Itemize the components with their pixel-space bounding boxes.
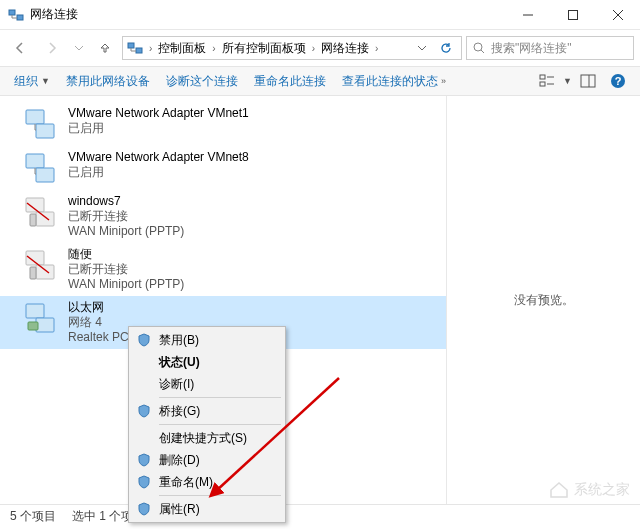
up-button[interactable] — [92, 41, 118, 55]
breadcrumb-mid[interactable]: 所有控制面板项 — [222, 40, 306, 57]
search-icon — [473, 42, 485, 54]
list-item[interactable]: VMware Network Adapter VMnet8 已启用 — [0, 146, 446, 190]
svg-rect-19 — [36, 124, 54, 138]
svg-rect-18 — [26, 110, 44, 124]
list-item[interactable]: VMware Network Adapter VMnet1 已启用 — [0, 102, 446, 146]
menu-separator — [159, 424, 281, 425]
window-title: 网络连接 — [30, 6, 505, 23]
item-status: 已启用 — [68, 121, 249, 136]
item-name: VMware Network Adapter VMnet1 — [68, 106, 249, 121]
item-device: WAN Miniport (PPTP) — [68, 277, 184, 292]
list-item[interactable]: windows7 已断开连接 WAN Miniport (PPTP) — [0, 190, 446, 243]
preview-pane: 没有预览。 — [447, 96, 640, 504]
app-icon — [8, 7, 24, 23]
ctx-delete[interactable]: 删除(D) — [131, 449, 283, 471]
ethernet-icon — [22, 300, 58, 336]
diagnose-button[interactable]: 诊断这个连接 — [160, 71, 244, 92]
item-count: 5 个项目 — [10, 508, 56, 525]
svg-rect-21 — [36, 168, 54, 182]
svg-line-9 — [481, 50, 484, 53]
command-bar: 组织▼ 禁用此网络设备 诊断这个连接 重命名此连接 查看此连接的状态» ▼ ? — [0, 66, 640, 96]
chevron-right-icon[interactable]: › — [373, 43, 380, 54]
ctx-diagnose[interactable]: 诊断(I) — [131, 373, 283, 395]
forward-button[interactable] — [38, 34, 66, 62]
help-button[interactable]: ? — [604, 69, 632, 93]
status-bar: 5 个项目 选中 1 个项目 — [0, 504, 640, 528]
chevron-right-icon[interactable]: › — [310, 43, 317, 54]
svg-text:?: ? — [615, 75, 622, 87]
search-placeholder: 搜索"网络连接" — [491, 40, 572, 57]
svg-rect-7 — [136, 48, 142, 53]
ctx-properties[interactable]: 属性(R) — [131, 498, 283, 520]
svg-rect-6 — [128, 43, 134, 48]
svg-rect-3 — [568, 10, 577, 19]
ctx-bridge[interactable]: 桥接(G) — [131, 400, 283, 422]
item-status: 已断开连接 — [68, 209, 184, 224]
svg-rect-11 — [540, 82, 545, 86]
chevron-right-icon[interactable]: › — [147, 43, 154, 54]
svg-rect-14 — [581, 75, 595, 87]
list-item[interactable]: 随便 已断开连接 WAN Miniport (PPTP) — [0, 243, 446, 296]
title-bar: 网络连接 — [0, 0, 640, 30]
dialup-icon — [22, 247, 58, 283]
organize-button[interactable]: 组织▼ — [8, 71, 56, 92]
refresh-button[interactable] — [435, 41, 457, 55]
item-name: 以太网 — [68, 300, 139, 315]
svg-point-8 — [474, 43, 482, 51]
menu-separator — [159, 495, 281, 496]
item-device: WAN Miniport (PPTP) — [68, 224, 184, 239]
back-button[interactable] — [6, 34, 34, 62]
shield-icon — [135, 402, 153, 420]
address-bar[interactable]: › 控制面板 › 所有控制面板项 › 网络连接 › — [122, 36, 462, 60]
shield-icon — [135, 331, 153, 349]
shield-icon — [135, 500, 153, 518]
shield-icon — [135, 451, 153, 469]
chevron-right-icon[interactable]: › — [210, 43, 217, 54]
close-button[interactable] — [595, 0, 640, 30]
breadcrumb-leaf[interactable]: 网络连接 — [321, 40, 369, 57]
search-input[interactable]: 搜索"网络连接" — [466, 36, 634, 60]
item-name: 随便 — [68, 247, 184, 262]
folder-icon — [127, 40, 143, 56]
menu-separator — [159, 397, 281, 398]
svg-rect-30 — [26, 304, 44, 318]
ctx-disable[interactable]: 禁用(B) — [131, 329, 283, 351]
preview-empty-text: 没有预览。 — [514, 292, 574, 309]
context-menu: 禁用(B) 状态(U) 诊断(I) 桥接(G) 创建快捷方式(S) 删除(D) … — [128, 326, 286, 523]
address-dropdown[interactable] — [413, 43, 431, 53]
shield-icon — [135, 473, 153, 491]
svg-rect-32 — [28, 322, 38, 330]
maximize-button[interactable] — [550, 0, 595, 30]
ctx-rename[interactable]: 重命名(M) — [131, 471, 283, 493]
item-name: VMware Network Adapter VMnet8 — [68, 150, 249, 165]
item-status: 已断开连接 — [68, 262, 184, 277]
svg-rect-28 — [30, 267, 36, 279]
view-status-button[interactable]: 查看此连接的状态» — [336, 71, 452, 92]
svg-rect-20 — [26, 154, 44, 168]
nav-bar: › 控制面板 › 所有控制面板项 › 网络连接 › 搜索"网络连接" — [0, 30, 640, 66]
breadcrumb-root[interactable]: 控制面板 — [158, 40, 206, 57]
ctx-status[interactable]: 状态(U) — [131, 351, 283, 373]
view-mode-button[interactable] — [533, 69, 561, 93]
item-name: windows7 — [68, 194, 184, 209]
svg-rect-1 — [17, 15, 23, 20]
dialup-icon — [22, 194, 58, 230]
network-adapter-icon — [22, 150, 58, 186]
network-adapter-icon — [22, 106, 58, 142]
disable-device-button[interactable]: 禁用此网络设备 — [60, 71, 156, 92]
svg-rect-27 — [36, 265, 54, 279]
ctx-shortcut[interactable]: 创建快捷方式(S) — [131, 427, 283, 449]
history-dropdown[interactable] — [70, 43, 88, 53]
preview-pane-button[interactable] — [574, 69, 602, 93]
svg-rect-24 — [30, 214, 36, 226]
svg-rect-0 — [9, 10, 15, 15]
svg-rect-10 — [540, 75, 545, 79]
svg-rect-31 — [36, 318, 54, 332]
rename-button[interactable]: 重命名此连接 — [248, 71, 332, 92]
minimize-button[interactable] — [505, 0, 550, 30]
svg-rect-23 — [36, 212, 54, 226]
item-status: 已启用 — [68, 165, 249, 180]
